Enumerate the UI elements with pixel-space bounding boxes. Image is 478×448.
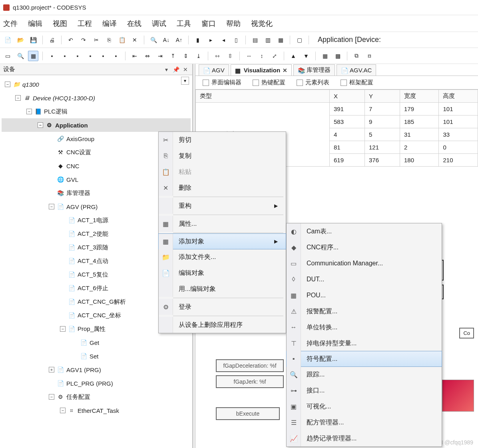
size-w-icon[interactable]: ↔ bbox=[244, 51, 254, 61]
undo-icon[interactable]: ↶ bbox=[66, 35, 76, 45]
col-x[interactable]: X bbox=[330, 90, 365, 103]
bm-prev-icon[interactable]: ◂ bbox=[218, 35, 229, 45]
zoom-icon[interactable]: 🔍 bbox=[15, 51, 26, 61]
menu-help[interactable]: 帮助 bbox=[226, 19, 241, 28]
subtab-frame[interactable]: 框架配置 bbox=[337, 78, 376, 88]
group-3-icon[interactable]: ▦ bbox=[275, 35, 286, 45]
misc1-icon[interactable]: ▦ bbox=[320, 51, 330, 61]
tree-device[interactable]: −🖥 Device (HCQ1-1300-D) bbox=[2, 91, 191, 105]
subtab-interface[interactable]: 界面编辑器 bbox=[199, 78, 245, 88]
ctx-item-5[interactable]: 重构▶ bbox=[159, 198, 286, 214]
sub-item-2[interactable]: ▭Communication Manager... bbox=[287, 255, 442, 271]
col-y[interactable]: Y bbox=[365, 90, 400, 103]
order-f-icon[interactable]: ▲ bbox=[288, 51, 299, 61]
menu-visualization[interactable]: 视觉化 bbox=[251, 19, 273, 28]
panel-close-icon[interactable]: ✕ bbox=[182, 66, 189, 73]
sub-item-1[interactable]: ◆CNC程序... bbox=[287, 239, 442, 255]
tree-get[interactable]: 📄Get bbox=[2, 336, 191, 349]
align-t-icon[interactable]: ⤒ bbox=[168, 51, 178, 61]
sub-item-10[interactable]: ⊶接口... bbox=[287, 382, 442, 398]
box-icon[interactable]: ▢ bbox=[294, 35, 305, 45]
tree-taskconfig[interactable]: −⚙任务配置 bbox=[2, 390, 191, 404]
sub-item-4[interactable]: ▦POU... bbox=[287, 287, 442, 303]
align-r-icon[interactable]: ⇥ bbox=[155, 51, 165, 61]
add-object-submenu[interactable]: ◐Cam表...◆CNC程序...▭Communication Manager.… bbox=[286, 223, 442, 447]
sub-item-7[interactable]: ⊤掉电保持型变量... bbox=[287, 335, 442, 351]
menu-project[interactable]: 工程 bbox=[78, 19, 92, 28]
sub-item-8[interactable]: ▪符号配置... bbox=[286, 351, 442, 367]
ctx-item-11[interactable]: 📄编辑对象 bbox=[159, 265, 286, 281]
tree-root[interactable]: −📁 q1300 bbox=[2, 78, 191, 91]
col-type[interactable]: 类型 bbox=[196, 90, 330, 103]
copy-icon[interactable]: ⎘ bbox=[104, 35, 114, 45]
sub-item-13[interactable]: 📈趋势记录管理器... bbox=[287, 430, 442, 446]
t2b-icon[interactable]: ▪ bbox=[60, 51, 70, 61]
order-b-icon[interactable]: ▼ bbox=[301, 51, 311, 61]
bookmark-icon[interactable]: ▮ bbox=[193, 35, 203, 45]
tree-plcprg[interactable]: 📄PLC_PRG (PRG) bbox=[2, 376, 191, 390]
context-menu[interactable]: ✂剪切⎘复制📋粘贴✕删除重构▶▦属性...▦添加对象▶📁添加文件夹...📄编辑对… bbox=[158, 131, 286, 333]
align-c-icon[interactable]: ⇔ bbox=[142, 51, 153, 61]
t2f-icon[interactable]: ▪ bbox=[111, 51, 121, 61]
open-icon[interactable]: 📂 bbox=[15, 35, 26, 45]
align-m-icon[interactable]: ⇕ bbox=[181, 51, 191, 61]
sub-item-5[interactable]: ⚠报警配置... bbox=[287, 303, 442, 319]
subtab-hotkey[interactable]: 热键配置 bbox=[249, 78, 289, 88]
t2c-icon[interactable]: ▪ bbox=[72, 51, 83, 61]
cut-icon[interactable]: ✂ bbox=[91, 35, 102, 45]
tree-plc[interactable]: −📘 PLC逻辑 bbox=[2, 105, 191, 118]
tab-close-icon[interactable]: ✕ bbox=[283, 67, 287, 74]
subtab-elements[interactable]: 元素列表 bbox=[293, 78, 333, 88]
bm-next-icon[interactable]: ▸ bbox=[205, 35, 216, 45]
ctx-item-12[interactable]: 用...编辑对象 bbox=[159, 281, 286, 297]
ctx-item-14[interactable]: ⚙登录 bbox=[159, 299, 286, 315]
sub-item-11[interactable]: ▣可视化... bbox=[287, 398, 442, 414]
ctx-item-9[interactable]: ▦添加对象▶ bbox=[158, 233, 286, 249]
tab-agv[interactable]: 📄AGV bbox=[199, 64, 229, 76]
save-icon[interactable]: 💾 bbox=[28, 35, 38, 45]
panel-dropdown-icon[interactable]: ▾ bbox=[163, 66, 170, 73]
tab-libmgr[interactable]: 📚库管理器 bbox=[293, 64, 335, 76]
find-prev-icon[interactable]: A↑ bbox=[174, 35, 184, 45]
align-b-icon[interactable]: ⤓ bbox=[193, 51, 204, 61]
menu-view[interactable]: 视图 bbox=[53, 19, 67, 28]
ctx-item-3[interactable]: ✕删除 bbox=[159, 180, 286, 196]
find-icon[interactable]: 🔍 bbox=[148, 35, 159, 45]
menu-window[interactable]: 窗口 bbox=[201, 19, 216, 28]
dist-h-icon[interactable]: ⇿ bbox=[212, 51, 223, 61]
tab-agvac[interactable]: 📄AGV.AC bbox=[337, 64, 376, 76]
ctx-item-1[interactable]: ⎘复制 bbox=[159, 148, 286, 164]
misc2-icon[interactable]: ▩ bbox=[333, 51, 343, 61]
t2d-icon[interactable]: ▪ bbox=[85, 51, 96, 61]
col-w[interactable]: 宽度 bbox=[400, 90, 439, 103]
sub-item-3[interactable]: ◊DUT... bbox=[287, 271, 442, 287]
ctx-item-0[interactable]: ✂剪切 bbox=[159, 132, 286, 148]
new-icon[interactable]: 📄 bbox=[2, 35, 13, 45]
ctx-item-16[interactable]: 从设备上删除应用程序 bbox=[159, 317, 286, 333]
tree-application[interactable]: −⚙ Application bbox=[2, 118, 191, 132]
menu-edit[interactable]: 编辑 bbox=[28, 19, 42, 28]
grid-icon[interactable]: ▦ bbox=[28, 51, 38, 61]
table-row[interactable]: #7 框架 3917179101 bbox=[196, 103, 478, 115]
col-h[interactable]: 高度 bbox=[439, 90, 478, 103]
tab-visualization[interactable]: ▦Visualization✕ bbox=[231, 64, 292, 76]
tree-dropdown-icon[interactable]: ▾ bbox=[181, 77, 189, 85]
sub-item-9[interactable]: 🔍跟踪... bbox=[287, 366, 442, 382]
sub-item-0[interactable]: ◐Cam表... bbox=[287, 223, 442, 239]
menu-online[interactable]: 在线 bbox=[127, 19, 141, 28]
redo-icon[interactable]: ↷ bbox=[78, 35, 89, 45]
align-l-icon[interactable]: ⇤ bbox=[129, 51, 140, 61]
menu-debug[interactable]: 调试 bbox=[152, 19, 166, 28]
paste-icon[interactable]: 📋 bbox=[117, 35, 127, 45]
group-icon[interactable]: ⧉ bbox=[351, 51, 362, 61]
delete-icon[interactable]: ✕ bbox=[129, 35, 140, 45]
size-h-icon[interactable]: ↕ bbox=[257, 51, 267, 61]
print-icon[interactable]: 🖨 bbox=[47, 35, 57, 45]
find-next-icon[interactable]: A↓ bbox=[161, 35, 171, 45]
ungroup-icon[interactable]: ⧈ bbox=[364, 51, 374, 61]
ctx-item-10[interactable]: 📁添加文件夹... bbox=[159, 249, 286, 265]
bm-clear-icon[interactable]: ▯ bbox=[231, 35, 241, 45]
sub-item-12[interactable]: ☰配方管理器... bbox=[287, 414, 442, 430]
tree-ethercat[interactable]: −⌗EtherCAT_Task bbox=[2, 404, 191, 417]
menu-build[interactable]: 编译 bbox=[102, 19, 117, 28]
